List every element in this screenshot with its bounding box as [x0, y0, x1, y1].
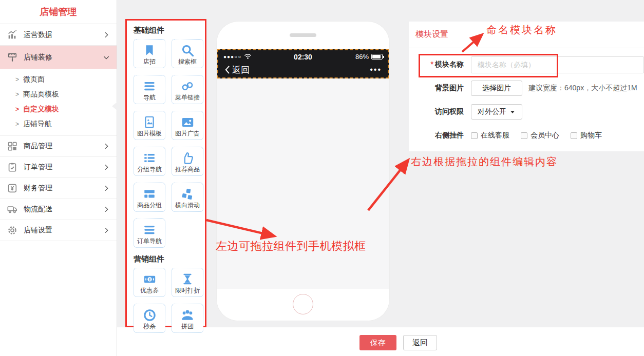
palette-item-product-group[interactable]: 商品分组	[134, 183, 165, 212]
module-name-row: *模块名称	[409, 53, 644, 76]
tile-label: 图片广告	[175, 130, 200, 137]
sidebar-item-operations-data[interactable]: 运营数据	[0, 24, 117, 46]
image-size-hint: 建议宽度：640px，大小不超过1M	[528, 84, 637, 93]
stacked-rows-icon	[143, 186, 156, 202]
access-permission-row: 访问权限 对外公开	[409, 100, 644, 124]
tile-label: 秒杀	[143, 323, 156, 330]
required-asterisk: *	[431, 60, 433, 68]
tile-label: 菜单链接	[175, 94, 200, 102]
phone-chin	[217, 289, 389, 321]
more-menu-icon[interactable]: •••	[370, 67, 382, 72]
palette-item-flash-sale[interactable]: 秒杀	[134, 304, 165, 333]
sidebar-subitem-custom-module[interactable]: > 自定义模块	[0, 102, 117, 116]
gear-icon	[6, 224, 18, 236]
chevron-down-icon	[102, 53, 110, 62]
phone-nav-bar: 返回 •••	[218, 63, 388, 76]
palette-item-recommended-products[interactable]: 推荐商品	[172, 147, 203, 176]
group-icon	[180, 307, 195, 323]
back-button-footer[interactable]: 返回	[403, 335, 437, 350]
sidebar-item-finance-management[interactable]: 财务管理	[0, 178, 117, 199]
checkbox-online-service[interactable]: 在线客服	[471, 131, 509, 140]
palette-item-navigation[interactable]: 导航	[134, 75, 165, 104]
sidebar-item-label: 商品管理	[24, 142, 52, 151]
checkbox-label: 在线客服	[481, 131, 509, 140]
sidebar-item-logistics[interactable]: 物流配送	[0, 199, 117, 220]
checkbox-label: 购物车	[580, 131, 602, 140]
save-button[interactable]: 保存	[359, 335, 396, 350]
back-button[interactable]: 返回	[224, 64, 250, 76]
clipboard-icon	[6, 161, 18, 173]
chevron-right-icon	[102, 163, 110, 171]
status-time: 02:30	[294, 53, 312, 61]
module-name-input[interactable]	[471, 56, 644, 73]
access-permission-dropdown[interactable]: 对外公开	[471, 104, 522, 120]
caret-down-icon	[510, 111, 515, 113]
palette-item-group-navigation[interactable]: 分组导航	[134, 147, 165, 176]
phone-header-component[interactable]: ●●●○○ 02:30 86% 返回 •••	[217, 49, 389, 78]
sub-item-arrow: >	[15, 105, 19, 113]
thumb-up-icon	[181, 150, 195, 166]
palette-item-horizontal-slide[interactable]: 横向滑动	[172, 183, 203, 212]
palette-item-image-template[interactable]: 图片模板	[134, 111, 165, 140]
sub-item-arrow: >	[15, 75, 19, 83]
choose-image-button[interactable]: 选择图片	[471, 81, 522, 96]
sub-item-label: 店铺导航	[23, 120, 52, 129]
sidebar-subitem-micro-page[interactable]: > 微页面	[0, 72, 117, 87]
palette-item-group-buy[interactable]: 拼团	[172, 304, 203, 333]
phone-status-bar: ●●●○○ 02:30 86%	[218, 50, 388, 63]
search-icon	[181, 43, 195, 58]
tile-label: 商品分组	[137, 202, 162, 209]
phone-simulator: ●●●○○ 02:30 86% 返回 •••	[217, 22, 389, 321]
palette-item-coupon[interactable]: 优惠券	[134, 268, 165, 297]
tile-label: 导航	[143, 94, 156, 102]
sidebar-item-label: 运营数据	[24, 30, 52, 39]
signal-strength: ●●●○○	[223, 53, 252, 61]
grid-icon	[6, 140, 18, 152]
dropdown-value: 对外公开	[478, 107, 506, 116]
side-widgets-row: 右侧挂件 在线客服 会员中心 购物车	[409, 124, 644, 147]
sidebar-subitem-product-page-template[interactable]: > 商品页模板	[0, 87, 117, 102]
palette-item-limited-time-discount[interactable]: 限时打折	[172, 268, 203, 297]
chevron-right-icon	[102, 184, 110, 192]
sub-item-label: 商品页模板	[23, 90, 59, 99]
sub-item-label: 微页面	[23, 75, 45, 84]
sidebar-item-product-management[interactable]: 商品管理	[0, 136, 117, 157]
chevron-right-icon	[102, 31, 110, 39]
access-permission-label: 访问权限	[409, 107, 464, 116]
palette-section-basic: 基础组件	[134, 26, 198, 35]
tile-label: 分组导航	[137, 166, 162, 173]
menu-icon	[143, 78, 156, 94]
checkbox-member-center[interactable]: 会员中心	[521, 131, 559, 140]
basic-components-grid: 店招 搜索框 导航 菜单链接 图片模板 图片广告	[134, 39, 198, 248]
chevron-left-icon	[224, 65, 230, 74]
palette-item-shop-sign[interactable]: 店招	[134, 39, 165, 68]
palette-item-search-box[interactable]: 搜索框	[172, 39, 203, 68]
active-item-pointer	[112, 102, 118, 111]
tile-label: 推荐商品	[175, 166, 200, 173]
sidebar-item-label: 店铺装修	[24, 53, 52, 62]
image-icon	[181, 114, 195, 130]
chevron-right-icon	[102, 205, 110, 213]
truck-icon	[6, 203, 18, 215]
tile-label: 优惠券	[140, 287, 159, 294]
clock-icon	[143, 307, 157, 323]
phone-canvas-dropzone[interactable]	[217, 78, 389, 289]
menu-icon	[143, 222, 156, 238]
palette-item-order-navigation[interactable]: 订单导航	[134, 219, 165, 248]
sidebar-item-order-management[interactable]: 订单管理	[0, 157, 117, 178]
sidebar-item-store-settings[interactable]: 店铺设置	[0, 220, 117, 241]
background-image-row: 背景图片 选择图片 建议宽度：640px，大小不超过1M	[409, 76, 644, 100]
tile-label: 横向滑动	[175, 202, 200, 209]
checkbox-shopping-cart[interactable]: 购物车	[571, 131, 602, 140]
palette-item-menu-link[interactable]: 菜单链接	[172, 75, 203, 104]
sidebar-item-store-decoration[interactable]: 店铺装修	[0, 46, 117, 69]
sidebar-submenu: > 微页面 > 商品页模板 > 自定义模块 > 店铺导航	[0, 69, 117, 136]
checkbox-icon	[571, 132, 577, 139]
tile-label: 店招	[143, 58, 156, 66]
sidebar-subitem-store-navigation[interactable]: > 店铺导航	[0, 116, 117, 131]
palette-item-image-ad[interactable]: 图片广告	[172, 111, 203, 140]
panel-header: 模块设置	[409, 22, 644, 48]
image-file-icon	[143, 114, 156, 130]
panel-title: 模块设置	[415, 29, 448, 40]
brush-icon	[6, 51, 18, 64]
